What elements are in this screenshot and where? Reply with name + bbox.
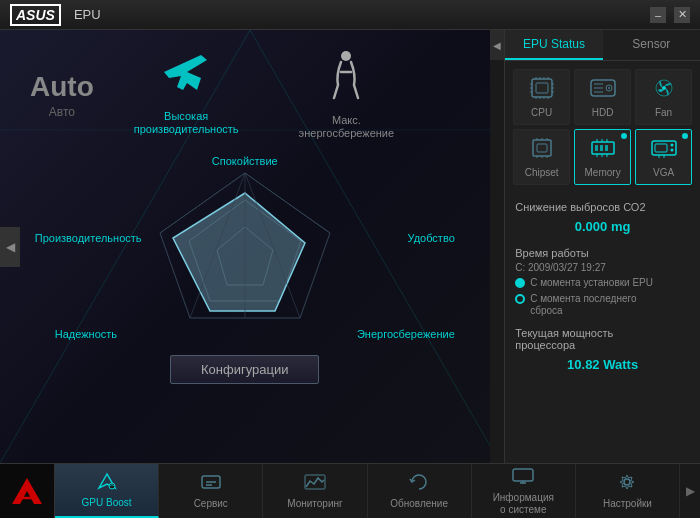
svg-point-57 xyxy=(670,144,673,147)
uptime-date: С: 2009/03/27 19:27 xyxy=(515,262,690,273)
mode-icons: Высокая производительность Макс. энергос… xyxy=(134,50,394,140)
svg-point-35 xyxy=(662,86,666,90)
bottom-nav: GPU Boost Сервис Мониторинг xyxy=(55,464,680,518)
memory-sensor-label: Memory xyxy=(585,167,621,178)
service-label: Сервис xyxy=(194,498,228,510)
svg-rect-48 xyxy=(605,145,608,151)
sensor-chipset[interactable]: Chipset xyxy=(513,129,570,185)
close-button[interactable]: ✕ xyxy=(674,7,690,23)
sysinfo-label: Информация о системе xyxy=(493,492,554,516)
gpu-boost-icon xyxy=(96,472,118,495)
sensor-vga[interactable]: VGA xyxy=(635,129,692,185)
chipset-icon xyxy=(528,136,556,164)
nav-update[interactable]: Обновление xyxy=(368,464,472,518)
configure-button[interactable]: Конфигурации xyxy=(170,355,319,384)
co2-section: Снижение выбросов СО2 0.000 mg xyxy=(515,201,690,237)
monitoring-label: Мониторинг xyxy=(287,498,342,510)
minimize-button[interactable]: – xyxy=(650,7,666,23)
svg-marker-7 xyxy=(173,193,305,311)
sensor-grid: CPU HDD xyxy=(505,61,700,193)
settings-label: Настройки xyxy=(603,498,652,510)
svg-marker-61 xyxy=(12,478,42,504)
radar-label-bottom-left: Надежность xyxy=(55,328,117,340)
radio-since-install[interactable]: С момента установки EPU xyxy=(515,277,690,289)
window-controls: – ✕ xyxy=(650,7,690,23)
sensor-fan[interactable]: Fan xyxy=(635,69,692,125)
radar-chart-area: Спокойствие Производительность Удобство … xyxy=(5,150,485,345)
memory-icon xyxy=(589,136,617,164)
high-perf-mode[interactable]: Высокая производительность xyxy=(134,50,239,140)
svg-rect-55 xyxy=(652,141,676,155)
radio-install-label: С момента установки EPU xyxy=(530,277,653,289)
co2-title: Снижение выбросов СО2 xyxy=(515,201,690,213)
vga-sensor-label: VGA xyxy=(653,167,674,178)
main-container: Auto Авто Высокая производительность xyxy=(0,30,700,463)
radar-svg xyxy=(145,163,345,333)
sysinfo-icon xyxy=(512,467,534,490)
radar-label-left: Производительность xyxy=(35,232,142,244)
nav-settings[interactable]: Настройки xyxy=(576,464,680,518)
svg-rect-68 xyxy=(513,469,533,481)
nav-service[interactable]: Сервис xyxy=(159,464,263,518)
hdd-icon xyxy=(589,76,617,104)
radar-label-right: Удобство xyxy=(408,232,455,244)
sensor-memory[interactable]: Memory xyxy=(574,129,631,185)
asus-logo-text: ASUS xyxy=(10,4,61,26)
walk-icon xyxy=(326,50,366,109)
nav-gpu-boost[interactable]: GPU Boost xyxy=(55,464,159,518)
left-panel: Auto Авто Высокая производительность xyxy=(0,30,490,463)
svg-rect-47 xyxy=(600,145,603,151)
auto-label: Auto xyxy=(30,71,94,103)
status-tabs: EPU Status Sensor xyxy=(505,30,700,61)
svg-rect-56 xyxy=(655,144,667,152)
sensor-cpu[interactable]: CPU xyxy=(513,69,570,125)
app-logo: ASUS EPU xyxy=(10,4,101,26)
title-bar: ASUS EPU – ✕ xyxy=(0,0,700,30)
memory-active-indicator xyxy=(621,133,627,139)
radar-label-bottom-right: Энергосбережение xyxy=(357,328,455,340)
radio-reset-indicator xyxy=(515,294,525,304)
svg-point-58 xyxy=(670,149,673,152)
right-panel: EPU Status Sensor xyxy=(504,30,700,463)
asus-bottom-logo xyxy=(10,476,45,506)
tab-epu-status[interactable]: EPU Status xyxy=(505,30,602,60)
co2-value: 0.000 mg xyxy=(515,216,690,237)
update-icon xyxy=(408,473,430,496)
svg-point-63 xyxy=(109,483,115,489)
bottom-bar: GPU Boost Сервис Мониторинг xyxy=(0,463,700,518)
bottom-nav-arrow[interactable]: ▶ xyxy=(680,464,700,518)
chipset-sensor-label: Chipset xyxy=(525,167,559,178)
svg-rect-14 xyxy=(536,83,548,93)
svg-point-71 xyxy=(624,479,630,485)
svg-point-3 xyxy=(341,51,351,61)
vga-icon xyxy=(650,136,678,164)
auto-mode[interactable]: Auto Авто xyxy=(30,71,94,119)
power-title: Текущая мощность процессора xyxy=(515,327,690,351)
uptime-section: Время работы С: 2009/03/27 19:27 С момен… xyxy=(515,247,690,317)
nav-monitoring[interactable]: Мониторинг xyxy=(263,464,367,518)
eco-mode[interactable]: Макс. энергосбережение xyxy=(299,50,395,140)
high-perf-label: Высокая производительность xyxy=(134,110,239,136)
uptime-title: Время работы xyxy=(515,247,690,259)
auto-sub-label: Авто xyxy=(30,105,94,119)
cpu-sensor-label: CPU xyxy=(531,107,552,118)
sensor-hdd[interactable]: HDD xyxy=(574,69,631,125)
status-info: Снижение выбросов СО2 0.000 mg Время раб… xyxy=(505,193,700,393)
fan-sensor-label: Fan xyxy=(655,107,672,118)
hdd-sensor-label: HDD xyxy=(592,107,614,118)
airplane-icon xyxy=(159,50,214,105)
svg-rect-37 xyxy=(533,140,551,156)
gpu-boost-label: GPU Boost xyxy=(82,497,132,509)
svg-rect-13 xyxy=(532,79,552,97)
nav-sysinfo[interactable]: Информация о системе xyxy=(472,464,576,518)
left-scroll-arrow[interactable]: ◀ xyxy=(0,227,20,267)
app-title: EPU xyxy=(74,7,101,22)
radio-install-indicator xyxy=(515,278,525,288)
power-section: Текущая мощность процессора 10.82 Watts xyxy=(515,327,690,375)
radio-since-reset[interactable]: С момента последнего сброса xyxy=(515,293,690,317)
service-icon xyxy=(200,473,222,496)
tab-sensor[interactable]: Sensor xyxy=(603,30,700,60)
settings-icon xyxy=(616,473,638,496)
svg-rect-46 xyxy=(595,145,598,151)
right-panel-arrow[interactable]: ◀ xyxy=(490,30,505,60)
